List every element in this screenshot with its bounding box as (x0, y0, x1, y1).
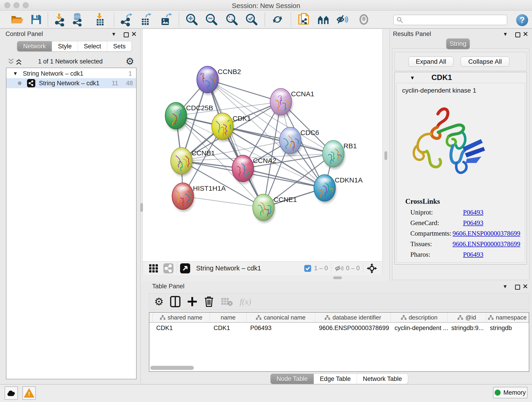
collection-expand-icon[interactable]: ▼ (13, 70, 18, 77)
node-HIST1H1A[interactable] (172, 183, 195, 211)
crosslink-row: GeneCard:P06493 (410, 217, 520, 228)
crosslink-link[interactable]: P06493 (463, 219, 483, 227)
panel-close-icon[interactable]: ✕ (131, 30, 137, 38)
cell-@id[interactable]: stringdb:9... (448, 323, 486, 333)
crosslink-label: GeneCard: (410, 219, 463, 227)
tab-string[interactable]: String (446, 38, 470, 49)
edge-CCNE1-HIST1H1A[interactable] (183, 196, 264, 207)
tab-edge-table[interactable]: Edge Table (314, 374, 357, 384)
tab-node-table[interactable]: Node Table (271, 374, 314, 384)
export-image-button[interactable] (158, 12, 173, 27)
tab-network[interactable]: Network (17, 41, 52, 51)
node-CCNA1[interactable] (270, 89, 293, 117)
network-collection-row[interactable]: ▼ String Network – cdk1 1 (6, 68, 136, 78)
gene-collapse-icon[interactable]: ▼ (410, 75, 415, 81)
show-columns-icon[interactable] (170, 296, 181, 307)
crosslink-link[interactable]: P06493 (463, 209, 483, 216)
node-CDKN1A[interactable] (314, 175, 336, 203)
new-network-from-selection-button[interactable] (297, 12, 311, 27)
node-CDK1[interactable] (212, 113, 234, 142)
export-image-icon (159, 13, 172, 26)
pan-crosshair-icon[interactable] (366, 263, 377, 274)
export-network-button[interactable] (119, 12, 133, 27)
column-header-canonical-name[interactable]: canonical name (247, 313, 315, 322)
network-graph: CCNB2CCNA1CDC25BCDK1CDC6RB1CCNB1CCNA2CDK… (143, 29, 382, 261)
column-header-description[interactable]: description (391, 313, 448, 322)
import-network-from-database-button[interactable] (70, 12, 85, 27)
panel-close-icon[interactable]: ✕ (523, 30, 528, 38)
zoom-out-button[interactable] (204, 12, 219, 27)
grid-view-icon[interactable] (149, 263, 159, 274)
node-CDC6[interactable] (279, 127, 302, 156)
add-column-icon[interactable] (187, 296, 197, 307)
cell-shared-name[interactable]: CDK1 (152, 323, 210, 333)
zoom-fit-button[interactable] (225, 12, 239, 27)
network-row-selected[interactable]: String Network – cdk1 11 48 (6, 78, 136, 88)
column-header-name[interactable]: name (210, 313, 247, 322)
tab-network-table[interactable]: Network Table (357, 374, 408, 384)
panel-close-icon[interactable]: ✕ (522, 282, 528, 290)
node-CCNE1[interactable] (253, 194, 275, 223)
import-table-from-file-button[interactable] (93, 12, 107, 27)
network-view-title: String Network – cdk1 (196, 264, 261, 272)
network-canvas[interactable]: CCNB2CCNA1CDC25BCDK1CDC6RB1CCNB1CCNA2CDK… (143, 29, 383, 261)
node-CCNA2[interactable] (232, 155, 254, 184)
column-header-label: name (221, 314, 235, 321)
crosslink-link[interactable]: P06493 (463, 251, 483, 258)
node-CCNB2[interactable] (197, 66, 219, 95)
bottom-splitter-handle[interactable] (333, 276, 342, 279)
search-field[interactable] (393, 15, 507, 25)
crosslink-link[interactable]: 9606.ENSP00000378699 (452, 240, 520, 248)
panel-float-icon[interactable] (515, 285, 520, 290)
right-splitter-handle[interactable] (385, 151, 387, 160)
import-network-from-file-button[interactable] (52, 12, 67, 27)
cell-namespace[interactable]: stringdb (486, 323, 529, 333)
open-session-button[interactable] (9, 12, 24, 27)
help-button[interactable]: ? (516, 14, 528, 26)
panel-menu-icon[interactable]: ▾ (504, 31, 507, 38)
selected-checkbox-icon[interactable] (304, 265, 311, 272)
panel-float-icon[interactable] (515, 32, 520, 37)
table-row[interactable]: CDK1CDK1P064939606.ENSP00000378699cyclin… (149, 323, 529, 333)
table-settings-gear-icon[interactable]: ⚙ (154, 295, 164, 308)
column-header-shared-name[interactable]: shared name (152, 313, 210, 322)
panel-menu-icon[interactable]: ▾ (112, 31, 115, 38)
table-horizontal-scrollbar[interactable] (150, 366, 194, 370)
attribute-tree-icon (457, 315, 463, 320)
refresh-view-button[interactable] (270, 12, 285, 27)
expand-all-button[interactable]: Expand All (409, 57, 453, 67)
cell-canonical-name[interactable]: P06493 (247, 323, 315, 333)
panel-menu-icon[interactable]: ▾ (504, 283, 507, 290)
collapse-all-button[interactable]: Collapse All (461, 57, 509, 67)
cell-name[interactable]: CDK1 (210, 323, 247, 333)
first-neighbors-button[interactable] (316, 12, 331, 27)
panel-float-icon[interactable] (124, 32, 129, 37)
memory-button[interactable]: Memory (493, 387, 527, 398)
export-table-button[interactable] (138, 12, 153, 27)
crosslink-link[interactable]: 9606.ENSP00000378699 (452, 230, 520, 237)
search-input[interactable] (403, 16, 507, 24)
column-header-@id[interactable]: @id (448, 313, 486, 322)
column-header-namespace[interactable]: namespace (486, 313, 529, 322)
node-CCNB1[interactable] (171, 148, 193, 176)
warnings-button[interactable]: ! (22, 386, 36, 400)
automation-cloud-button[interactable] (5, 386, 18, 400)
tab-select[interactable]: Select (78, 41, 107, 51)
node-RB1[interactable] (323, 140, 345, 169)
zoom-in-button[interactable] (184, 12, 199, 27)
network-options-gear-icon[interactable]: ⚙ (126, 56, 134, 67)
delete-column-icon[interactable] (204, 296, 214, 307)
detach-view-icon[interactable] (180, 263, 190, 274)
column-header-database-identifier[interactable]: database identifier (315, 313, 391, 322)
zoom-selected-button[interactable] (244, 12, 259, 27)
column-header-label: namespace (496, 314, 526, 321)
left-splitter-handle[interactable] (140, 203, 143, 212)
cell-description[interactable]: cyclin-dependent ... (391, 323, 448, 333)
show-all-button[interactable] (356, 12, 371, 27)
control-panel-title: Control Panel (6, 31, 43, 38)
save-session-button[interactable] (29, 12, 43, 27)
hide-selection-button[interactable] (335, 12, 350, 27)
tab-style[interactable]: Style (52, 41, 78, 51)
cell-database-identifier[interactable]: 9606.ENSP00000378699 (315, 323, 391, 333)
tab-sets[interactable]: Sets (107, 41, 132, 51)
